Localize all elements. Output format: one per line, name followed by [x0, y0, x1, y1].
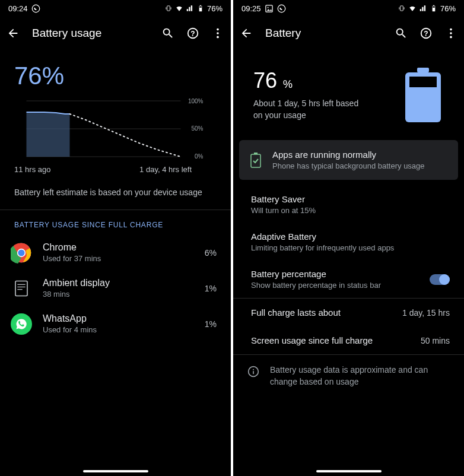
svg-rect-43	[251, 154, 260, 167]
app-row-chrome[interactable]: Chrome Used for 37 mins 6%	[0, 235, 231, 271]
battery-large-icon	[402, 68, 444, 122]
chart-start-label: 11 hrs ago	[14, 165, 50, 174]
status-time: 09:24	[8, 4, 28, 13]
screen-usage-stat: Screen usage since full charge 50 mins	[233, 326, 464, 354]
svg-text:?: ?	[424, 30, 428, 38]
status-battery-pct: 76%	[207, 4, 223, 13]
help-button[interactable]: ?	[419, 26, 433, 40]
app-pct: 6%	[205, 248, 217, 258]
app-row-ambient[interactable]: Ambient display 38 mins 1%	[0, 271, 231, 306]
status-time: 09:25	[241, 4, 261, 13]
battery-chart: 100% 50% 0% 11 hrs ago 1 day, 4 hrs left	[14, 96, 217, 174]
whatsapp-icon	[11, 313, 32, 335]
section-header: BATTERY USAGE SINCE FULL CHARGE	[0, 210, 231, 235]
battery-hero: 76 % About 1 day, 5 hrs left based on yo…	[233, 50, 464, 140]
svg-point-10	[217, 32, 219, 34]
svg-rect-33	[433, 5, 434, 6]
battery-status-icon	[196, 4, 205, 12]
svg-rect-1	[167, 6, 170, 11]
phone-battery: 09:25 76% Battery ? 76 % About 1 day, 5	[233, 0, 464, 476]
svg-point-0	[32, 5, 40, 12]
info-icon	[247, 366, 259, 377]
more-button[interactable]	[444, 26, 458, 40]
status-bar: 09:25 76%	[233, 0, 464, 17]
status-card[interactable]: Apps are running normally Phone has typi…	[239, 140, 458, 180]
home-indicator[interactable]	[316, 470, 382, 472]
estimate-note: Battery left estimate is based on your d…	[0, 181, 231, 210]
vibrate-icon	[164, 4, 173, 12]
more-button[interactable]	[211, 26, 225, 40]
svg-rect-29	[401, 6, 403, 11]
search-button[interactable]	[161, 26, 175, 40]
chrome-icon	[11, 242, 32, 264]
app-name: Chrome	[43, 242, 194, 253]
battery-percentage-large: 76%	[0, 50, 231, 96]
signal-icon	[186, 4, 194, 12]
chart-end-label: 1 day, 4 hrs left	[139, 165, 192, 174]
svg-point-46	[253, 369, 254, 370]
svg-rect-5	[200, 5, 201, 6]
battery-saver-row[interactable]: Battery Saver Will turn on at 15%	[233, 186, 464, 223]
page-title: Battery usage	[32, 27, 149, 40]
help-button[interactable]: ?	[186, 26, 200, 40]
hero-percentage: 76 %	[253, 68, 360, 93]
svg-point-38	[450, 32, 452, 34]
vibrate-icon	[398, 4, 406, 12]
whatsapp-status-icon	[277, 4, 286, 13]
svg-rect-47	[253, 371, 254, 374]
svg-point-28	[278, 5, 285, 12]
app-bar: Battery ?	[233, 17, 464, 50]
app-sub: 38 mins	[43, 290, 194, 299]
app-bar: Battery usage ?	[0, 17, 231, 50]
svg-rect-34	[433, 7, 435, 8]
svg-text:?: ?	[190, 30, 195, 38]
svg-point-11	[217, 36, 219, 39]
hero-subtitle: About 1 day, 5 hrs left based on your us…	[253, 98, 360, 121]
info-row: Battery usage data is approximate and ca…	[233, 355, 464, 397]
wifi-icon	[408, 4, 417, 12]
whatsapp-status-icon	[31, 4, 40, 13]
battery-status-icon	[430, 4, 438, 12]
svg-rect-40	[417, 68, 429, 72]
svg-point-9	[217, 28, 219, 31]
full-charge-stat: Full charge lasts about 1 day, 15 hrs	[233, 299, 464, 326]
svg-text:100%: 100%	[188, 98, 204, 104]
svg-rect-6	[199, 7, 202, 8]
battery-percentage-toggle[interactable]	[430, 274, 450, 285]
adaptive-battery-row[interactable]: Adaptive Battery Limiting battery for in…	[233, 223, 464, 261]
status-battery-pct: 76%	[440, 4, 456, 13]
card-subtitle: Phone has typical background battery usa…	[272, 161, 447, 170]
wifi-icon	[175, 4, 183, 12]
svg-rect-22	[15, 281, 27, 296]
ambient-display-icon	[11, 278, 32, 299]
svg-rect-42	[409, 77, 437, 87]
app-sub: Used for 4 mins	[43, 325, 194, 334]
back-button[interactable]	[239, 26, 253, 40]
battery-percentage-row[interactable]: Battery percentage Show battery percenta…	[233, 261, 464, 298]
svg-point-27	[267, 7, 268, 8]
svg-rect-44	[254, 153, 258, 154]
card-title: Apps are running normally	[272, 150, 447, 160]
app-name: WhatsApp	[43, 313, 194, 324]
app-pct: 1%	[205, 319, 217, 329]
image-status-icon	[265, 4, 274, 13]
phone-battery-usage: 09:24 76% Battery usage ? 76%	[0, 0, 231, 476]
search-button[interactable]	[394, 26, 408, 40]
signal-icon	[419, 4, 427, 12]
home-indicator[interactable]	[83, 470, 148, 472]
svg-text:50%: 50%	[191, 125, 203, 132]
back-button[interactable]	[6, 26, 20, 40]
svg-point-37	[450, 28, 452, 31]
app-row-whatsapp[interactable]: WhatsApp Used for 4 mins 1%	[0, 306, 231, 342]
svg-rect-26	[265, 5, 272, 11]
battery-ok-icon	[250, 152, 262, 169]
status-bar: 09:24 76%	[0, 0, 231, 17]
svg-point-39	[450, 36, 452, 39]
page-title: Battery	[265, 27, 382, 40]
app-pct: 1%	[205, 284, 217, 293]
svg-point-21	[18, 249, 24, 256]
app-name: Ambient display	[43, 278, 194, 288]
svg-text:0%: 0%	[195, 153, 204, 160]
app-sub: Used for 37 mins	[43, 254, 194, 263]
